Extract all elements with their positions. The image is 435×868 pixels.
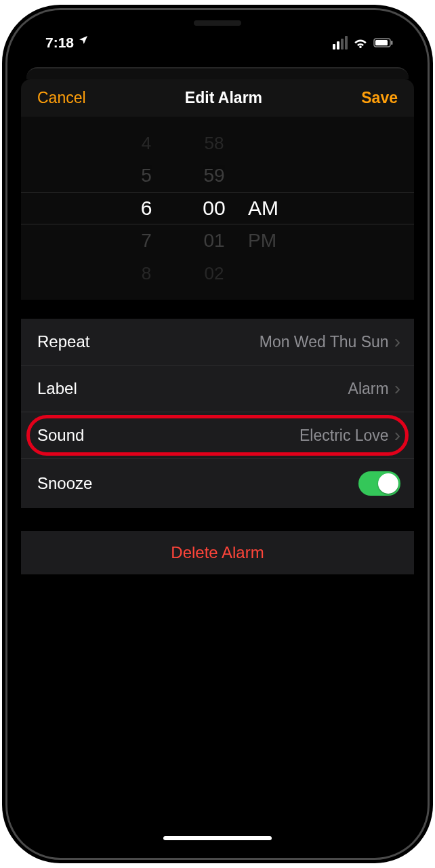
chevron-right-icon: ›: [394, 425, 400, 446]
cancel-button[interactable]: Cancel: [37, 89, 86, 107]
row-repeat[interactable]: Repeat Mon Wed Thu Sun ›: [21, 319, 414, 366]
status-time: 7:18: [45, 35, 74, 51]
minute-column[interactable]: 57 58 59 00 01 02 03: [180, 117, 248, 300]
svg-rect-2: [375, 40, 388, 45]
row-snooze: Snooze: [21, 459, 414, 508]
sheet-stack-behind: [26, 67, 409, 79]
location-icon: [78, 35, 89, 49]
label-value: Alarm: [348, 380, 389, 398]
row-label[interactable]: Label Alarm ›: [21, 366, 414, 412]
snooze-label: Snooze: [37, 474, 92, 493]
chevron-right-icon: ›: [394, 378, 400, 399]
time-picker[interactable]: 3 4 5 6 7 8 9 57 58 59 00 01 02 03: [21, 117, 414, 300]
delete-section: Delete Alarm: [21, 531, 414, 574]
screen: 7:18: [18, 21, 417, 847]
nav-bar: Cancel Edit Alarm Save: [21, 79, 414, 117]
wifi-icon: [353, 37, 368, 48]
delete-alarm-button[interactable]: Delete Alarm: [171, 543, 264, 562]
phone-frame: 7:18: [7, 10, 428, 858]
sound-label: Sound: [37, 426, 84, 445]
page-title: Edit Alarm: [185, 89, 262, 107]
snooze-toggle[interactable]: [358, 471, 400, 496]
ampm-column[interactable]: AM PM: [248, 117, 323, 300]
save-button[interactable]: Save: [361, 89, 398, 107]
settings-list: Repeat Mon Wed Thu Sun › Label Alarm › S…: [21, 319, 414, 508]
repeat-label: Repeat: [37, 332, 89, 351]
svg-rect-1: [391, 41, 393, 45]
chevron-right-icon: ›: [394, 331, 400, 353]
cellular-icon: [333, 36, 348, 50]
label-label: Label: [37, 379, 77, 398]
sound-value: Electric Love: [299, 427, 389, 445]
row-sound[interactable]: Sound Electric Love ›: [21, 412, 414, 459]
hour-column[interactable]: 3 4 5 6 7 8 9: [112, 117, 180, 300]
repeat-value: Mon Wed Thu Sun: [260, 333, 389, 351]
home-indicator[interactable]: [163, 836, 272, 840]
notch: [119, 10, 316, 37]
battery-icon: [373, 38, 394, 47]
